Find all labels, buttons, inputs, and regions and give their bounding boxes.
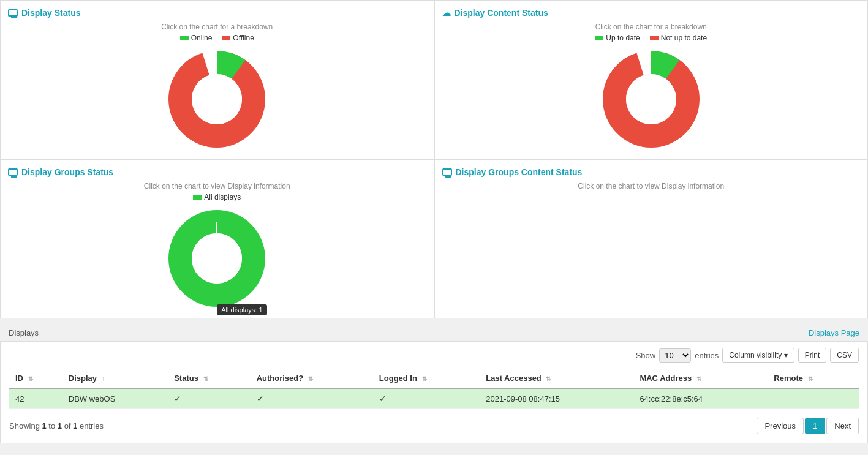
svg-point-2 xyxy=(192,74,242,124)
show-select[interactable]: 10 25 50 100 xyxy=(659,348,691,363)
table-row[interactable]: 42 DBW webOS ✓ ✓ ✓ 2021-09-08 08:47:15 6… xyxy=(9,388,859,409)
displays-header: Displays Displays Page xyxy=(0,325,868,341)
legend-offline-dot xyxy=(222,36,230,40)
display-status-panel: Display Status Click on the chart for a … xyxy=(0,0,434,159)
legend-offline-label: Offline xyxy=(233,34,254,42)
legend-notuptodate: Not up to date xyxy=(650,34,707,42)
donut-chart-display-status[interactable] xyxy=(162,44,272,154)
cell-display: DBW webOS xyxy=(62,388,168,409)
legend-online-dot xyxy=(180,36,189,40)
svg-point-8 xyxy=(192,233,242,284)
display-status-subtitle: Click on the chart for a breakdown xyxy=(8,23,426,31)
display-groups-content-status-title: Display Groups Content Status xyxy=(442,167,861,177)
display-groups-legend: All displays xyxy=(8,193,426,201)
page-1-button[interactable]: 1 xyxy=(805,418,825,434)
csv-button[interactable]: CSV xyxy=(830,348,859,363)
display-status-title: Display Status xyxy=(8,8,426,18)
displays-table: ID ⇅ Display ↑ Status ⇅ Authorised? ⇅ Lo… xyxy=(9,369,859,409)
cell-status: ✓ xyxy=(168,388,250,409)
display-content-status-subtitle: Click on the chart for a breakdown xyxy=(442,23,861,31)
monitor-icon-3 xyxy=(442,168,452,176)
legend-notuptodate-dot xyxy=(650,36,659,40)
monitor-icon xyxy=(8,9,18,17)
legend-uptodate-dot xyxy=(595,36,603,40)
displays-page-link[interactable]: Displays Page xyxy=(809,328,859,337)
display-status-label: Display Status xyxy=(21,8,80,18)
display-groups-content-chart xyxy=(442,193,861,297)
donut-chart-groups-status[interactable] xyxy=(162,203,272,314)
previous-button[interactable]: Previous xyxy=(757,418,804,434)
col-last-accessed[interactable]: Last Accessed ⇅ xyxy=(480,369,633,388)
display-status-legend: Online Offline xyxy=(8,34,426,42)
col-mac-address[interactable]: MAC Address ⇅ xyxy=(633,369,768,388)
sort-status-icon: ⇅ xyxy=(203,375,208,382)
show-label: Show xyxy=(636,351,656,360)
display-groups-content-status-label: Display Groups Content Status xyxy=(456,167,583,177)
display-content-status-panel: ☁ Display Content Status Click on the ch… xyxy=(434,0,869,159)
legend-online: Online xyxy=(180,34,213,42)
display-content-legend: Up to date Not up to date xyxy=(442,34,861,42)
sort-display-icon: ↑ xyxy=(102,375,105,382)
legend-online-label: Online xyxy=(191,34,213,42)
col-display[interactable]: Display ↑ xyxy=(62,369,168,388)
sort-id-icon: ⇅ xyxy=(28,375,33,382)
display-groups-status-label: Display Groups Status xyxy=(21,167,113,177)
column-visibility-button[interactable]: Column visibility ▾ xyxy=(722,348,794,363)
tooltip-label: All displays: 1 xyxy=(217,304,266,315)
legend-notuptodate-label: Not up to date xyxy=(661,34,707,42)
next-button[interactable]: Next xyxy=(826,418,859,434)
display-content-status-label: Display Content Status xyxy=(455,8,548,18)
legend-uptodate-label: Up to date xyxy=(606,34,640,42)
table-header-row: ID ⇅ Display ↑ Status ⇅ Authorised? ⇅ Lo… xyxy=(9,369,859,388)
showing-text: Showing 1 to 1 of 1 entries xyxy=(9,421,104,431)
table-wrapper: Show 10 25 50 100 entries Column visibil… xyxy=(0,341,868,443)
print-button[interactable]: Print xyxy=(798,348,827,363)
col-logged-in[interactable]: Logged In ⇅ xyxy=(373,369,480,388)
col-id[interactable]: ID ⇅ xyxy=(9,369,62,388)
cell-logged-in: ✓ xyxy=(373,388,480,409)
legend-uptodate: Up to date xyxy=(595,34,640,42)
pagination: Previous 1 Next xyxy=(757,418,859,434)
display-groups-content-status-panel: Display Groups Content Status Click on t… xyxy=(434,159,869,318)
displays-title: Displays xyxy=(9,328,39,337)
cloud-icon: ☁ xyxy=(442,8,451,18)
entries-label: entries xyxy=(695,351,719,360)
col-remote[interactable]: Remote ⇅ xyxy=(768,369,859,388)
legend-offline: Offline xyxy=(222,34,254,42)
display-groups-status-panel: Display Groups Status Click on the chart… xyxy=(0,159,434,318)
legend-all-displays-label: All displays xyxy=(204,193,241,201)
cell-id: 42 xyxy=(9,388,62,409)
col-status[interactable]: Status ⇅ xyxy=(168,369,250,388)
table-footer: Showing 1 to 1 of 1 entries Previous 1 N… xyxy=(9,415,859,437)
display-groups-chart[interactable]: All displays: 1 xyxy=(8,206,426,310)
cell-mac-address: 64:cc:22:8e:c5:64 xyxy=(633,388,768,409)
col-authorised[interactable]: Authorised? ⇅ xyxy=(251,369,373,388)
display-groups-content-subtitle: Click on the chart to view Display infor… xyxy=(442,182,861,190)
sort-login-icon: ⇅ xyxy=(422,375,427,382)
display-status-chart[interactable] xyxy=(8,47,426,151)
display-content-status-title: ☁ Display Content Status xyxy=(442,8,861,18)
bottom-section: Displays Displays Page Show 10 25 50 100… xyxy=(0,318,868,443)
sort-auth-icon: ⇅ xyxy=(308,375,313,382)
monitor-icon-2 xyxy=(8,168,18,176)
sort-mac-icon: ⇅ xyxy=(696,375,701,382)
legend-all-displays: All displays xyxy=(193,193,241,201)
display-content-status-chart[interactable] xyxy=(442,47,861,151)
donut-chart-content-status[interactable] xyxy=(596,44,706,154)
display-groups-status-subtitle: Click on the chart to view Display infor… xyxy=(8,182,426,190)
cell-remote xyxy=(768,388,859,409)
cell-authorised: ✓ xyxy=(251,388,373,409)
display-groups-status-title: Display Groups Status xyxy=(8,167,426,177)
table-toolbar: Show 10 25 50 100 entries Column visibil… xyxy=(9,348,859,363)
sort-remote-icon: ⇅ xyxy=(808,375,813,382)
sort-accessed-icon: ⇅ xyxy=(546,375,551,382)
legend-all-displays-dot xyxy=(193,195,202,200)
svg-point-5 xyxy=(626,74,676,124)
cell-last-accessed: 2021-09-08 08:47:15 xyxy=(480,388,633,409)
